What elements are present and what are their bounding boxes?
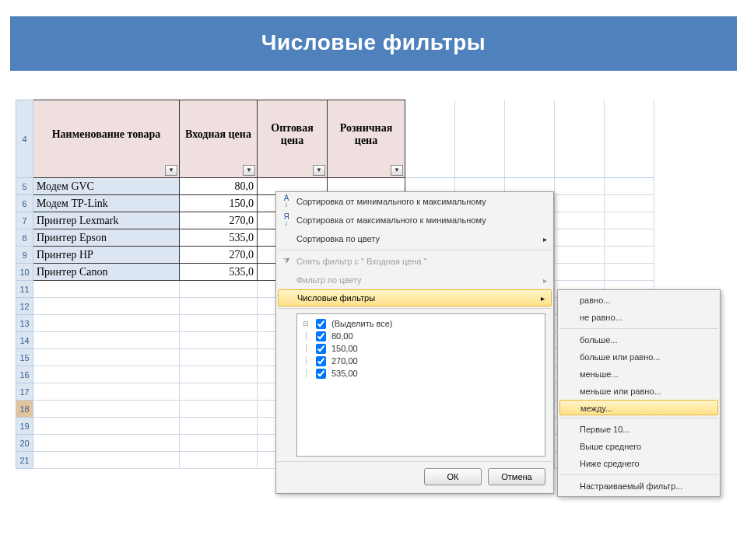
cell[interactable] bbox=[605, 229, 654, 247]
cell[interactable] bbox=[555, 212, 605, 229]
check-item[interactable]: ┆ 535,00 bbox=[302, 367, 540, 380]
filter-dropdown-button[interactable]: ▼ bbox=[313, 165, 325, 176]
cell[interactable] bbox=[180, 349, 258, 366]
row-header[interactable]: 13 bbox=[16, 315, 33, 332]
cell[interactable] bbox=[605, 264, 654, 281]
submenu-equals[interactable]: равно... bbox=[558, 292, 720, 309]
submenu-top10[interactable]: Первые 10... bbox=[558, 421, 720, 438]
menu-sort-color[interactable]: Сортировка по цвету ▸ bbox=[276, 229, 553, 248]
cell[interactable] bbox=[180, 401, 258, 418]
check-item[interactable]: ┆ 150,00 bbox=[302, 342, 540, 355]
cell[interactable] bbox=[33, 298, 180, 315]
cell[interactable] bbox=[605, 195, 654, 212]
filter-checklist[interactable]: ⊟ (Выделить все) ┆ 80,00 ┆ 150,00 ┆ 270,… bbox=[296, 313, 545, 457]
cell-price[interactable]: 270,0 bbox=[180, 212, 258, 229]
row-header[interactable]: 4 bbox=[16, 100, 33, 178]
menu-number-filters[interactable]: Числовые фильтры ▸ bbox=[278, 289, 552, 306]
cell[interactable] bbox=[605, 178, 654, 195]
cell[interactable] bbox=[555, 264, 605, 281]
cancel-button[interactable]: Отмена bbox=[488, 468, 545, 485]
cell-name[interactable]: Принтер Epson bbox=[33, 229, 180, 247]
row-header[interactable]: 15 bbox=[16, 349, 33, 366]
submenu-greater-eq[interactable]: больше или равно... bbox=[558, 348, 720, 366]
cell-price[interactable]: 80,0 bbox=[180, 178, 258, 195]
cell-price[interactable]: 535,0 bbox=[180, 229, 258, 247]
cell[interactable] bbox=[33, 418, 180, 435]
cell[interactable] bbox=[180, 332, 258, 349]
menu-sort-desc[interactable]: Я↓ Сортировка от максимального к минимал… bbox=[276, 211, 553, 229]
row-header[interactable]: 6 bbox=[16, 195, 33, 212]
submenu-less[interactable]: меньше... bbox=[558, 366, 720, 383]
row-header[interactable]: 7 bbox=[16, 212, 33, 229]
row-header[interactable]: 9 bbox=[16, 247, 33, 264]
row-header[interactable]: 20 bbox=[16, 435, 33, 452]
row-header[interactable]: 8 bbox=[16, 229, 33, 247]
cell[interactable] bbox=[180, 435, 258, 452]
filter-dropdown-button[interactable]: ▼ bbox=[391, 165, 403, 176]
filter-dropdown-button[interactable]: ▼ bbox=[165, 165, 177, 176]
col-header-wholesale-price[interactable]: Оптовая цена ▼ bbox=[258, 100, 328, 178]
row-header[interactable]: 12 bbox=[16, 298, 33, 315]
cell[interactable] bbox=[605, 212, 654, 229]
submenu-less-eq[interactable]: меньше или равно... bbox=[558, 383, 720, 400]
check-item-all[interactable]: ⊟ (Выделить все) bbox=[302, 317, 540, 330]
cell-price[interactable]: 150,0 bbox=[180, 195, 258, 212]
row-header[interactable]: 21 bbox=[16, 452, 33, 469]
cell[interactable] bbox=[180, 383, 258, 401]
cell[interactable] bbox=[555, 229, 605, 247]
cell[interactable] bbox=[33, 383, 180, 401]
cell[interactable] bbox=[180, 315, 258, 332]
submenu-above-avg[interactable]: Выше среднего bbox=[558, 438, 720, 455]
cell-name[interactable]: Принтер Lexmark bbox=[33, 212, 180, 229]
cell-name[interactable]: Модем TP-Link bbox=[33, 195, 180, 212]
cell[interactable] bbox=[555, 247, 605, 264]
cell[interactable] bbox=[33, 349, 180, 366]
cell-price[interactable]: 535,0 bbox=[180, 264, 258, 281]
cell[interactable] bbox=[33, 281, 180, 298]
menu-sort-asc[interactable]: A↓ Сортировка от минимального к максимал… bbox=[276, 192, 553, 211]
cell[interactable] bbox=[33, 435, 180, 452]
submenu-greater[interactable]: больше... bbox=[558, 331, 720, 348]
cell[interactable] bbox=[180, 298, 258, 315]
cell-price[interactable]: 270,0 bbox=[180, 247, 258, 264]
submenu-not-equals[interactable]: не равно... bbox=[558, 309, 720, 326]
row-header[interactable]: 14 bbox=[16, 332, 33, 349]
col-header-name[interactable]: Наименование товара ▼ bbox=[33, 100, 180, 178]
col-header-retail-price[interactable]: Розничная цена ▼ bbox=[328, 100, 405, 178]
cell[interactable] bbox=[555, 178, 605, 195]
cell[interactable] bbox=[33, 401, 180, 418]
checkbox[interactable] bbox=[316, 356, 326, 366]
cell[interactable] bbox=[33, 366, 180, 383]
submenu-custom[interactable]: Настраиваемый фильтр... bbox=[558, 478, 720, 495]
cell[interactable] bbox=[180, 366, 258, 383]
col-header-input-price[interactable]: Входная цена ▼ bbox=[180, 100, 258, 178]
filter-dropdown-button[interactable]: ▼ bbox=[243, 165, 255, 176]
cell[interactable] bbox=[33, 315, 180, 332]
row-header[interactable]: 5 bbox=[16, 178, 33, 195]
cell[interactable] bbox=[180, 452, 258, 469]
row-header[interactable]: 11 bbox=[16, 281, 33, 298]
cell[interactable] bbox=[180, 418, 258, 435]
submenu-below-avg[interactable]: Ниже среднего bbox=[558, 455, 720, 472]
checkbox[interactable] bbox=[316, 319, 326, 329]
cell[interactable] bbox=[555, 195, 605, 212]
cell-name[interactable]: Принтер Canon bbox=[33, 264, 180, 281]
ok-button[interactable]: ОК bbox=[424, 468, 482, 485]
checkbox[interactable] bbox=[316, 331, 326, 341]
check-item[interactable]: ┆ 270,00 bbox=[302, 355, 540, 367]
checkbox[interactable] bbox=[316, 369, 326, 379]
row-header[interactable]: 17 bbox=[16, 383, 33, 401]
cell[interactable] bbox=[33, 332, 180, 349]
row-header[interactable]: 10 bbox=[16, 264, 33, 281]
cell-name[interactable]: Принтер HP bbox=[33, 247, 180, 264]
cell[interactable] bbox=[33, 452, 180, 469]
checkbox[interactable] bbox=[316, 344, 326, 354]
row-header[interactable]: 16 bbox=[16, 366, 33, 383]
submenu-between[interactable]: между... bbox=[559, 400, 718, 415]
cell[interactable] bbox=[180, 281, 258, 298]
cell[interactable] bbox=[605, 247, 654, 264]
row-header[interactable]: 19 bbox=[16, 418, 33, 435]
cell-name[interactable]: Модем GVC bbox=[33, 178, 180, 195]
check-item[interactable]: ┆ 80,00 bbox=[302, 330, 540, 342]
row-header[interactable]: 18 bbox=[16, 401, 33, 418]
